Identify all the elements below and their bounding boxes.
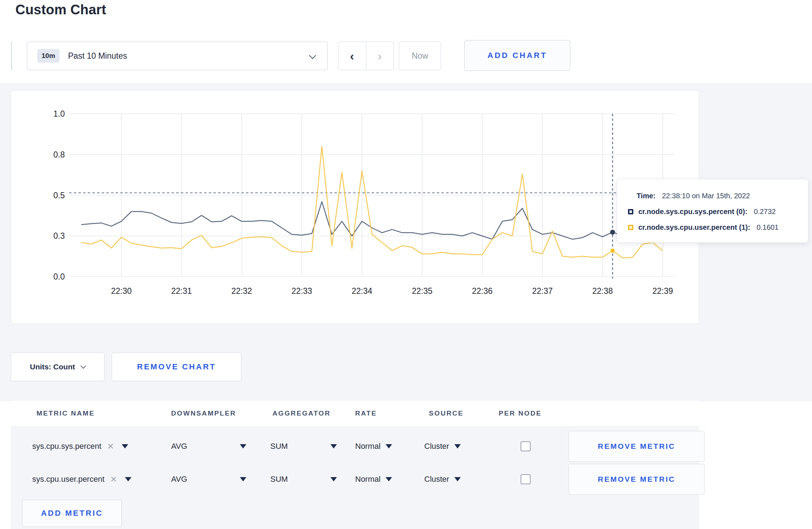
caret-down-icon — [125, 477, 131, 481]
source-select[interactable]: Cluster — [424, 430, 461, 463]
downsampler-value: AVG — [171, 442, 187, 451]
y-axis-tick-label: 0.3 — [53, 231, 65, 241]
downsampler-select[interactable]: AVG — [171, 463, 246, 496]
caret-down-icon — [330, 477, 337, 481]
add-metric-button[interactable]: ADD METRIC — [22, 500, 122, 527]
chart-svg[interactable]: 0.00.30.50.81.022:3022:3122:3222:3322:34… — [11, 91, 700, 324]
y-axis-tick-label: 1.0 — [53, 109, 65, 118]
chart-card: 0.00.30.50.81.022:3022:3122:3222:3322:34… — [11, 90, 699, 324]
metric-name-dropdown[interactable]: sys.cpu.sys.percent ✕ — [32, 430, 128, 463]
tooltip-time-row: Time: 22:38:10 on Mar 15th, 2022 — [617, 188, 808, 204]
caret-down-icon — [240, 477, 246, 481]
toolbar-divider — [11, 42, 12, 70]
tooltip-series-row: cr.node.sys.cpu.sys.percent (0): 0.2732 — [617, 204, 808, 219]
tooltip-series-label: cr.node.sys.cpu.user.percent (1): — [638, 223, 750, 232]
column-header-rate: RATE — [355, 409, 377, 417]
column-header-source: SOURCE — [429, 409, 464, 417]
per-node-checkbox[interactable] — [521, 474, 531, 484]
sys-hover-dot — [610, 230, 615, 235]
rate-value: Normal — [355, 475, 381, 484]
x-axis-tick-label: 22:34 — [352, 286, 372, 296]
per-node-cell — [515, 463, 536, 496]
custom-chart-page: { "page": { "title": "Custom Chart" }, "… — [0, 0, 812, 529]
rate-select[interactable]: Normal — [355, 430, 392, 463]
tooltip-series-label: cr.node.sys.cpu.sys.percent (0): — [638, 208, 748, 216]
tooltip-series-row: cr.node.sys.cpu.user.percent (1): 0.1601 — [617, 219, 808, 235]
x-axis-tick-label: 22:39 — [652, 286, 673, 296]
user-hover-dot — [610, 248, 615, 253]
source-value: Cluster — [424, 475, 449, 484]
clear-metric-icon[interactable]: ✕ — [107, 442, 114, 451]
column-header-per-node: PER NODE — [499, 409, 542, 417]
table-row: sys.cpu.sys.percent ✕ AVG SUM Normal Clu… — [11, 430, 699, 463]
source-value: Cluster — [424, 442, 449, 451]
rate-select[interactable]: Normal — [355, 463, 392, 496]
x-axis-tick-label: 22:36 — [472, 286, 493, 296]
time-step-buttons: ‹ › — [338, 42, 394, 70]
column-header-downsampler: DOWNSAMPLER — [171, 409, 236, 417]
units-select[interactable]: Units: Count — [11, 353, 105, 381]
caret-down-icon — [454, 444, 461, 448]
chevron-right-icon: › — [378, 50, 382, 62]
metrics-table-body: sys.cpu.sys.percent ✕ AVG SUM Normal Clu… — [11, 426, 699, 529]
user-series-swatch-icon — [628, 225, 633, 230]
remove-metric-button[interactable]: REMOVE METRIC — [569, 431, 705, 462]
now-button[interactable]: Now — [399, 42, 441, 70]
units-label: Units: Count — [30, 363, 75, 371]
page-title: Custom Chart — [15, 2, 106, 18]
time-window-badge: 10m — [37, 49, 59, 63]
caret-down-icon — [122, 444, 128, 448]
downsampler-select[interactable]: AVG — [171, 430, 246, 463]
caret-down-icon — [386, 477, 392, 481]
table-row: sys.cpu.user.percent ✕ AVG SUM Normal Cl… — [11, 463, 699, 496]
tooltip-series-value: 0.1601 — [757, 223, 778, 232]
column-header-metric-name: METRIC NAME — [37, 409, 95, 417]
downsampler-value: AVG — [171, 475, 187, 484]
caret-down-icon — [330, 444, 337, 448]
next-time-button[interactable]: › — [366, 42, 394, 70]
metric-name-label: sys.cpu.sys.percent — [32, 442, 101, 451]
chevron-down-icon — [81, 363, 86, 369]
x-axis-tick-label: 22:35 — [412, 286, 432, 296]
caret-down-icon — [386, 444, 392, 448]
x-axis-tick-label: 22:32 — [231, 286, 252, 296]
aggregator-select[interactable]: SUM — [270, 430, 337, 463]
x-axis-tick-label: 22:30 — [111, 286, 132, 296]
chart-tooltip: Time: 22:38:10 on Mar 15th, 2022 cr.node… — [617, 179, 808, 243]
x-axis-tick-label: 22:38 — [592, 286, 613, 296]
x-axis-tick-label: 22:33 — [291, 286, 312, 296]
clear-metric-icon[interactable]: ✕ — [110, 475, 117, 484]
chevron-down-icon — [309, 52, 316, 59]
remove-chart-button[interactable]: REMOVE CHART — [112, 353, 241, 381]
metric-name-dropdown[interactable]: sys.cpu.user.percent ✕ — [32, 463, 131, 496]
tooltip-time-value: 22:38:10 on Mar 15th, 2022 — [662, 192, 750, 200]
prev-time-button[interactable]: ‹ — [338, 42, 366, 70]
time-window-select[interactable]: 10m Past 10 Minutes — [27, 42, 328, 70]
aggregator-select[interactable]: SUM — [270, 463, 337, 496]
metric-name-label: sys.cpu.user.percent — [32, 475, 105, 484]
source-select[interactable]: Cluster — [424, 463, 461, 496]
x-axis-tick-label: 22:37 — [532, 286, 553, 296]
x-axis-tick-label: 22:31 — [171, 286, 192, 296]
aggregator-value: SUM — [270, 475, 288, 484]
aggregator-value: SUM — [270, 442, 288, 451]
per-node-checkbox[interactable] — [521, 441, 531, 451]
rate-value: Normal — [355, 442, 381, 451]
per-node-cell — [515, 430, 536, 463]
series-line-user — [81, 146, 663, 258]
chevron-left-icon: ‹ — [350, 50, 354, 62]
sys-series-swatch-icon — [628, 209, 633, 214]
add-chart-button[interactable]: ADD CHART — [464, 40, 570, 71]
time-window-label: Past 10 Minutes — [68, 51, 127, 61]
caret-down-icon — [240, 444, 246, 448]
tooltip-time-label: Time: — [637, 192, 656, 200]
tooltip-series-value: 0.2732 — [754, 208, 776, 216]
y-axis-tick-label: 0.8 — [53, 150, 65, 159]
caret-down-icon — [454, 477, 461, 481]
y-axis-tick-label: 0.5 — [53, 191, 65, 200]
column-header-aggregator: AGGREGATOR — [272, 409, 331, 417]
remove-metric-button[interactable]: REMOVE METRIC — [569, 464, 705, 495]
metrics-table-header: METRIC NAME DOWNSAMPLER AGGREGATOR RATE … — [11, 401, 699, 426]
y-axis-tick-label: 0.0 — [53, 272, 65, 281]
